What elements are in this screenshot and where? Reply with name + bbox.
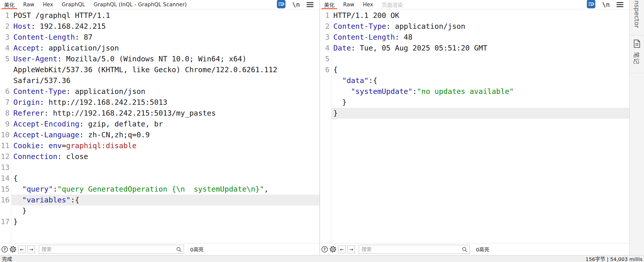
code-text: Safari/537.36 — [11, 75, 319, 86]
code-line[interactable]: } — [320, 97, 629, 108]
menu-icon[interactable] — [617, 2, 623, 7]
tab-4[interactable]: GraphQL — [59, 0, 88, 9]
line-number: 2 — [320, 21, 331, 32]
code-text: Accept: application/json — [11, 43, 319, 54]
response-editor[interactable]: 1HTTP/1.1 200 OK2Content-Type: applicati… — [320, 9, 629, 243]
search-next-button[interactable]: → — [27, 246, 35, 253]
line-number — [320, 97, 331, 108]
search-input[interactable] — [39, 245, 184, 254]
code-line[interactable]: 2Content-Type: application/json — [320, 21, 629, 32]
notes-tab[interactable]: 笔记 — [630, 35, 644, 73]
show-newlines-button[interactable]: \n — [292, 1, 300, 8]
help-icon[interactable]: ? — [2, 246, 8, 252]
show-newlines-button[interactable]: \n — [602, 1, 610, 8]
right-sidebar: nspector 笔记 — [630, 0, 644, 255]
line-number: 7 — [0, 97, 11, 108]
code-line[interactable]: 12Connection: close — [0, 151, 319, 162]
code-text: } — [331, 108, 629, 119]
code-line[interactable]: 1POST /graphql HTTP/1.1 — [0, 10, 319, 21]
search-next-button[interactable]: → — [347, 246, 355, 253]
line-number — [0, 205, 11, 216]
tab-5[interactable]: GraphQL (InQL - GraphQL Scanner) — [91, 0, 190, 9]
tab-2[interactable]: Raw — [20, 0, 37, 9]
code-line[interactable]: } — [320, 108, 629, 119]
code-line[interactable]: Safari/537.36 — [0, 75, 319, 86]
word-wrap-icon[interactable] — [587, 0, 595, 9]
code-line[interactable]: 16 "variables":{ — [0, 195, 319, 205]
line-number: 2 — [0, 21, 11, 32]
sidebar-empty-area — [630, 73, 644, 255]
code-line[interactable]: AppleWebKit/537.36 (KHTML, like Gecko) C… — [0, 64, 319, 75]
gear-icon[interactable] — [10, 246, 16, 253]
line-number: 1 — [0, 10, 11, 21]
response-search-bar: ? ← → — [320, 243, 629, 255]
request-editor[interactable]: 1POST /graphql HTTP/1.12Host: 192.168.24… — [0, 9, 319, 243]
code-line[interactable]: 15 "query":"query GeneratedOperation {\n… — [0, 184, 319, 195]
code-line[interactable]: 17} — [0, 216, 319, 227]
line-number — [0, 75, 11, 86]
line-number — [320, 86, 331, 97]
code-line[interactable]: 5User-Agent: Mozilla/5.0 (Windows NT 10.… — [0, 54, 319, 64]
inspector-label: nspector — [633, 1, 640, 28]
code-line[interactable]: 1HTTP/1.1 200 OK — [320, 10, 629, 21]
menu-icon[interactable] — [307, 2, 313, 7]
code-text: "systemUpdate":"no updates available" — [331, 86, 629, 97]
status-left: 完成 — [2, 255, 12, 262]
tab-4: 页面渲染 — [379, 0, 406, 9]
code-text: { — [331, 64, 629, 75]
notes-icon — [633, 39, 641, 49]
line-number: 6 — [320, 64, 331, 75]
help-icon[interactable]: ? — [321, 246, 328, 252]
code-line[interactable]: 2Host: 192.168.242.215 — [0, 21, 319, 32]
tab-1[interactable]: 美化 — [321, 0, 338, 9]
code-line[interactable]: "data":{ — [320, 75, 629, 86]
word-wrap-icon[interactable] — [277, 0, 285, 9]
code-text: { — [11, 173, 319, 184]
main-area: 美化RawHexGraphQLGraphQL (InQL - GraphQL S… — [0, 0, 644, 255]
code-text: HTTP/1.1 200 OK — [331, 10, 629, 21]
code-line[interactable]: 3Content-Length: 87 — [0, 32, 319, 43]
code-text: "data":{ — [331, 75, 629, 86]
tab-1[interactable]: 美化 — [1, 0, 18, 9]
line-number: 17 — [0, 216, 11, 227]
line-number: 11 — [0, 140, 11, 151]
code-text: } — [11, 205, 319, 216]
code-line[interactable]: 9Accept-Encoding: gzip, deflate, br — [0, 119, 319, 129]
code-line[interactable]: 14{ — [0, 173, 319, 184]
code-line[interactable]: 10Accept-Language: zh-CN,zh;q=0.9 — [0, 129, 319, 140]
code-line[interactable]: 6{ — [320, 64, 629, 75]
code-line[interactable]: 8Referer: http://192.168.242.215:5013/my… — [0, 108, 319, 119]
notes-label: 笔记 — [632, 52, 641, 64]
search-prev-button[interactable]: ← — [18, 246, 26, 253]
code-line[interactable]: 3Content-Length: 48 — [320, 32, 629, 43]
line-number — [320, 75, 331, 86]
code-line[interactable]: 7Origin: http://192.168.242.215:5013 — [0, 97, 319, 108]
search-input[interactable] — [359, 245, 470, 254]
request-toolbar: \n — [277, 0, 319, 9]
request-search-bar: ? ← → — [0, 243, 319, 255]
code-line[interactable]: 11Cookie: env=graphiql:disable — [0, 140, 319, 151]
search-prev-button[interactable]: ← — [338, 246, 346, 253]
code-line[interactable]: 5 — [320, 54, 629, 64]
search-box — [359, 245, 470, 254]
tab-3[interactable]: Hex — [360, 0, 376, 9]
code-line[interactable]: "systemUpdate":"no updates available" — [320, 86, 629, 97]
code-line[interactable]: 4Accept: application/json — [0, 43, 319, 54]
code-text: Date: Tue, 05 Aug 2025 05:51:20 GMT — [331, 43, 629, 54]
code-line[interactable]: 13 — [0, 162, 319, 173]
response-panel: 美化RawHex页面渲染 \n 1HTTP/1.1 200 OK2Content — [320, 0, 630, 255]
inspector-tab[interactable]: nspector — [630, 0, 644, 35]
response-toolbar: \n — [587, 0, 629, 9]
code-line[interactable]: } — [0, 205, 319, 216]
gear-icon[interactable] — [330, 246, 336, 253]
code-text: } — [331, 97, 629, 108]
line-number: 10 — [0, 129, 11, 140]
code-text: Accept-Language: zh-CN,zh;q=0.9 — [11, 129, 319, 140]
tab-3[interactable]: Hex — [40, 0, 56, 9]
line-number: 4 — [320, 43, 331, 54]
tab-2[interactable]: Raw — [340, 0, 357, 9]
code-text: Content-Length: 48 — [331, 32, 629, 43]
code-line[interactable]: 6Content-Type: application/json — [0, 86, 319, 97]
code-line[interactable]: 4Date: Tue, 05 Aug 2025 05:51:20 GMT — [320, 43, 629, 54]
line-number: 12 — [0, 151, 11, 162]
